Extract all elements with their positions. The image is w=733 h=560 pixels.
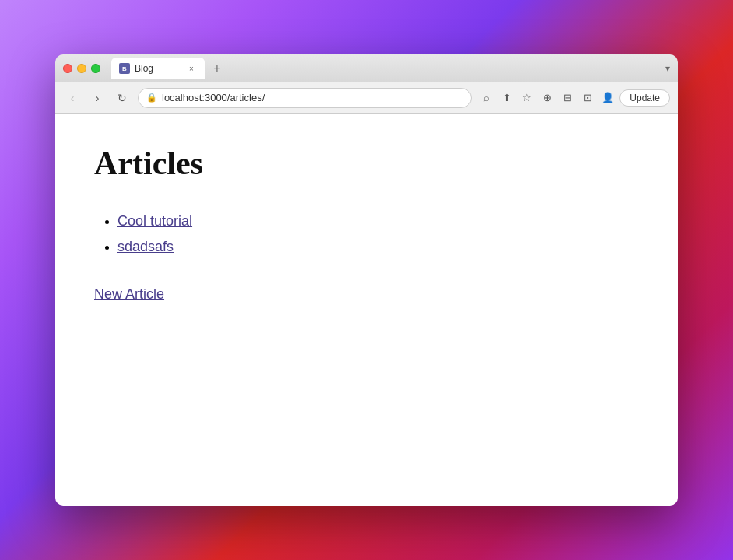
split-view-icon[interactable]: ⊡ <box>579 89 596 107</box>
page-title: Articles <box>94 145 639 182</box>
url-text: localhost:3000/articles/ <box>162 92 463 103</box>
close-button[interactable] <box>63 64 72 73</box>
sidebar-icon[interactable]: ⊟ <box>559 89 576 107</box>
article-link-1[interactable]: Cool tutorial <box>117 213 192 229</box>
traffic-lights <box>63 64 100 73</box>
new-tab-button[interactable]: + <box>208 59 226 78</box>
new-article-link[interactable]: New Article <box>94 286 164 303</box>
list-item: sdadsafs <box>117 239 639 255</box>
share-icon[interactable]: ⬆ <box>498 89 515 107</box>
forward-button[interactable]: › <box>88 89 107 107</box>
page-content: Articles Cool tutorial sdadsafs New Arti… <box>55 114 678 506</box>
tab-dropdown-arrow[interactable]: ▾ <box>665 63 670 74</box>
article-link-2[interactable]: sdadsafs <box>117 239 174 254</box>
tab-close-button[interactable]: × <box>186 63 197 74</box>
title-bar: B Blog × + ▾ <box>55 54 678 82</box>
browser-window: B Blog × + ▾ ‹ › ↻ 🔒 l <box>55 54 678 506</box>
refresh-button[interactable]: ↻ <box>113 89 132 107</box>
active-tab[interactable]: B Blog × <box>111 58 205 79</box>
search-icon[interactable]: ⌕ <box>478 89 495 107</box>
profile-icon[interactable]: 👤 <box>599 89 616 107</box>
nav-icons: ⌕ ⬆ ☆ ⊕ ⊟ ⊡ 👤 Update <box>478 89 670 107</box>
tab-title: Blog <box>135 63 181 74</box>
back-button[interactable]: ‹ <box>63 89 82 107</box>
update-button[interactable]: Update <box>619 89 670 107</box>
minimize-button[interactable] <box>77 64 86 73</box>
articles-list: Cool tutorial sdadsafs <box>94 213 639 255</box>
tab-bar: B Blog × + ▾ <box>111 58 670 79</box>
maximize-button[interactable] <box>91 64 100 73</box>
navigation-bar: ‹ › ↻ 🔒 localhost:3000/articles/ ⌕ ⬆ ☆ ⊕… <box>55 82 678 114</box>
lock-icon: 🔒 <box>146 93 157 103</box>
tab-favicon: B <box>119 63 130 74</box>
extensions-icon[interactable]: ⊕ <box>538 89 556 107</box>
bookmark-icon[interactable]: ☆ <box>518 89 535 107</box>
list-item: Cool tutorial <box>117 213 639 229</box>
address-bar[interactable]: 🔒 localhost:3000/articles/ <box>138 88 472 108</box>
